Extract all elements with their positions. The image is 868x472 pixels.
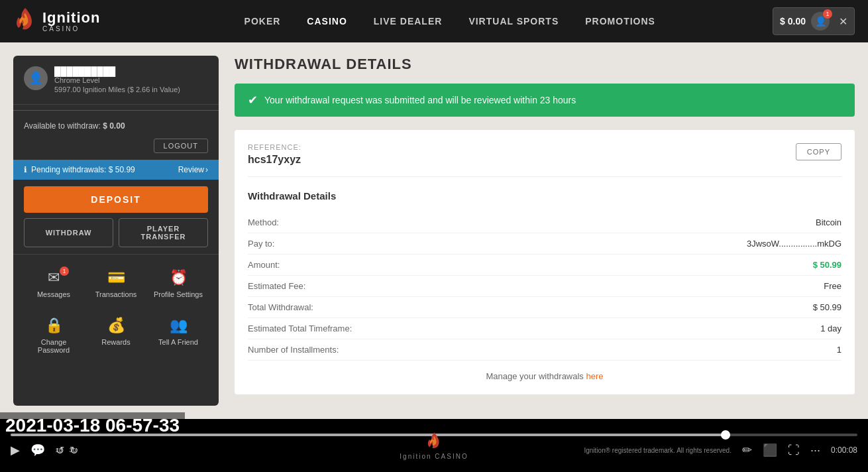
sidebar-item-transactions[interactable]: 💳 Transactions (86, 261, 146, 306)
video-center-logo: Ignition CASINO (400, 432, 468, 460)
timeframe-label: Estimated Total Timeframe: (248, 324, 352, 333)
detail-row-timeframe: Estimated Total Timeframe: 1 day (248, 318, 841, 339)
method-value: Bitcoin (816, 217, 841, 227)
timeframe-value: 1 day (820, 324, 841, 333)
rewards-label: Rewards (101, 338, 130, 346)
sidebar: 👤 ██████████ Chrome Level 5997.00 Igniti… (13, 56, 219, 406)
controls-right: Ignition® registered trademark. All righ… (584, 443, 857, 457)
details-title: Withdrawal Details (248, 190, 841, 202)
logo-text: Ignition CASINO (42, 11, 100, 32)
sidebar-item-profile-settings[interactable]: ⏰ Profile Settings (148, 261, 208, 306)
transfer-button[interactable]: PLAYER TRANSFER (119, 218, 208, 247)
detail-row-payto: Pay to: 3JwsoW................mkDG (248, 233, 841, 255)
withdraw-button[interactable]: WITHDRAW (24, 218, 113, 247)
profile-settings-label: Profile Settings (154, 290, 203, 298)
fee-label: Estimated Fee: (248, 281, 305, 291)
chat-icon[interactable]: 💬 (30, 443, 45, 457)
profile-settings-icon: ⏰ (170, 269, 188, 286)
method-label: Method: (248, 217, 279, 227)
success-message: Your withdrawal request was submitted an… (264, 95, 576, 105)
balance-area[interactable]: $ 0.00 👤 1 ✕ (773, 7, 855, 35)
sidebar-item-change-password[interactable]: 🔒 Change Password (24, 309, 83, 362)
video-ignition-label: Ignition CASINO (400, 453, 468, 460)
header: Ignition CASINO POKER CASINO LIVE DEALER… (0, 0, 868, 42)
installments-label: Number of Installments: (248, 345, 339, 355)
sidebar-item-tell-a-friend[interactable]: 👥 Tell A Friend (148, 309, 208, 362)
replay-30-icon[interactable]: ↻30 (70, 444, 78, 457)
detail-row-total: Total Withdrawal: $ 50.99 (248, 297, 841, 318)
total-label: Total Withdrawal: (248, 302, 313, 312)
total-value: $ 50.99 (813, 302, 841, 312)
tell-a-friend-label: Tell A Friend (158, 338, 198, 346)
progress-thumb (721, 430, 730, 440)
sidebar-item-messages[interactable]: ✉ 1 Messages (24, 261, 83, 306)
logo-ignition-text: Ignition (42, 11, 100, 25)
user-name: ██████████ (54, 66, 208, 76)
main-content: 👤 ██████████ Chrome Level 5997.00 Igniti… (0, 42, 868, 419)
available-balance: Available to withdraw: $ 0.00 (13, 116, 219, 136)
fee-value: Free (824, 281, 841, 291)
play-pause-icon[interactable]: ▶ (11, 443, 20, 457)
check-icon: ✔ (248, 93, 258, 107)
nav-virtual-sports[interactable]: VIRTUAL SPORTS (468, 16, 559, 27)
installments-value: 1 (837, 345, 841, 355)
nav-casino[interactable]: CASINO (307, 16, 347, 27)
user-avatar-icon: 👤 (24, 66, 48, 90)
replay-icons: ↺10 ↻30 (56, 444, 78, 457)
notification-badge: 1 (823, 9, 832, 19)
pending-text: ℹ Pending withdrawals: $ 50.99 (24, 165, 135, 174)
nav-poker[interactable]: POKER (244, 16, 281, 27)
center-flame-icon (423, 432, 445, 453)
minimize-icon[interactable]: ⛶ (788, 443, 800, 457)
more-options-icon[interactable]: ··· (810, 443, 820, 457)
rewards-icon: 💰 (107, 317, 125, 334)
user-info: ██████████ Chrome Level 5997.00 Ignition… (54, 66, 208, 93)
logo-area[interactable]: Ignition CASINO (13, 7, 100, 36)
user-level: Chrome Level (54, 76, 208, 84)
pending-bar: ℹ Pending withdrawals: $ 50.99 Review › (13, 160, 219, 180)
divider (13, 110, 219, 111)
page-title: WITHDRAWAL DETAILS (235, 56, 855, 73)
available-amount: $ 0.00 (103, 121, 125, 131)
nav-live-dealer[interactable]: LIVE DEALER (374, 16, 443, 27)
detail-row-amount: Amount: $ 50.99 (248, 255, 841, 276)
close-button[interactable]: ✕ (839, 15, 847, 28)
logo-flame-icon (13, 7, 37, 36)
transactions-icon: 💳 (107, 269, 125, 286)
subtitles-icon[interactable]: ⬛ (763, 443, 777, 457)
avatar[interactable]: 👤 1 (811, 12, 830, 30)
secondary-buttons: WITHDRAW PLAYER TRANSFER (24, 218, 208, 247)
video-controls: 2021-03-18 06-57-33 ▶ 💬 ↺10 ↻30 (0, 419, 868, 472)
pencil-icon[interactable]: ✏ (742, 443, 752, 457)
info-icon: ℹ (24, 165, 27, 174)
success-banner: ✔ Your withdrawal request was submitted … (235, 84, 855, 117)
manage-here-link[interactable]: here (586, 371, 604, 381)
logout-area: LOGOUT (13, 136, 219, 160)
logout-button[interactable]: LOGOUT (154, 139, 208, 153)
progress-fill (11, 434, 730, 436)
time-display: 0:00:08 (831, 445, 857, 455)
main-nav: POKER CASINO LIVE DEALER VIRTUAL SPORTS … (127, 16, 773, 27)
change-password-label: Change Password (27, 338, 81, 354)
user-profile: 👤 ██████████ Chrome Level 5997.00 Igniti… (13, 56, 219, 105)
reference-info: REFERENCE: hcs17yxyz (248, 143, 301, 166)
tell-a-friend-icon: 👥 (170, 317, 188, 334)
logo-casino-text: CASINO (42, 25, 100, 32)
change-password-icon: 🔒 (45, 317, 63, 334)
user-miles: 5997.00 Ignition Miles ($ 2.66 in Value) (54, 86, 208, 93)
reference-section: REFERENCE: hcs17yxyz COPY (248, 143, 841, 177)
sidebar-item-rewards[interactable]: 💰 Rewards (86, 309, 146, 362)
sidebar-menu: ✉ 1 Messages 💳 Transactions ⏰ Profile Se… (13, 254, 219, 369)
detail-row-fee: Estimated Fee: Free (248, 276, 841, 297)
chevron-right-icon: › (205, 165, 208, 174)
copy-button[interactable]: COPY (796, 143, 841, 160)
balance-display: $ 0.00 (780, 16, 806, 27)
replay-10-icon[interactable]: ↺10 (56, 444, 64, 457)
reference-label: REFERENCE: (248, 143, 301, 151)
action-buttons: DEPOSIT WITHDRAW PLAYER TRANSFER (13, 180, 219, 254)
messages-icon: ✉ (48, 269, 60, 286)
review-link[interactable]: Review › (178, 165, 208, 174)
nav-promotions[interactable]: PROMOTIONS (585, 16, 655, 27)
deposit-button[interactable]: DEPOSIT (24, 186, 208, 213)
detail-row-method: Method: Bitcoin (248, 212, 841, 233)
